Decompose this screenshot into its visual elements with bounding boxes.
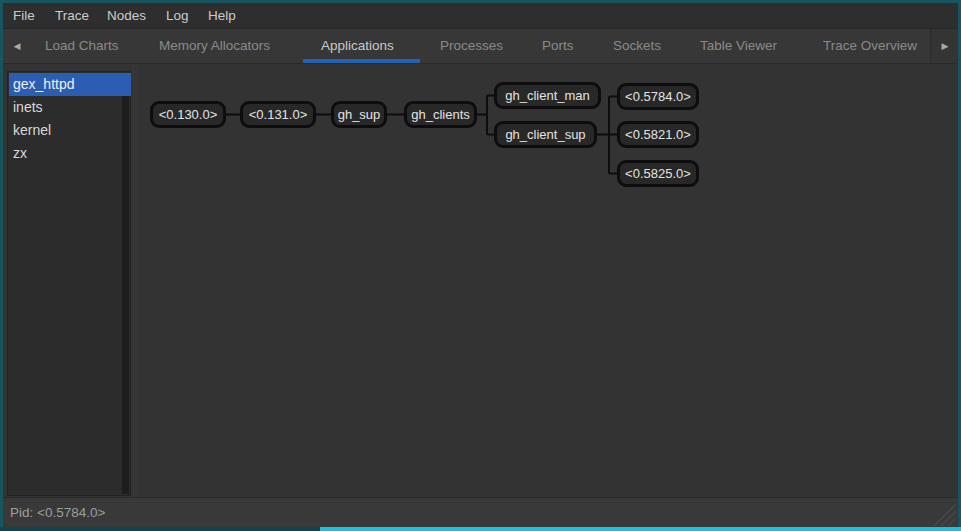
status-bar: Pid: <0.5784.0> bbox=[3, 497, 958, 527]
active-tab-indicator bbox=[303, 59, 420, 63]
tree-node-pid-5821[interactable]: <0.5821.0> bbox=[617, 121, 699, 148]
tree-node-pid-5825[interactable]: <0.5825.0> bbox=[617, 160, 699, 187]
tab-load-charts[interactable]: Load Charts bbox=[45, 29, 119, 63]
tab-memory-allocators[interactable]: Memory Allocators bbox=[159, 29, 270, 63]
menu-bar: File Trace Nodes Log Help bbox=[3, 3, 958, 28]
window-border-left bbox=[0, 0, 3, 531]
tab-sockets[interactable]: Sockets bbox=[613, 29, 661, 63]
tree-node-gh-clients[interactable]: gh_clients bbox=[404, 101, 477, 128]
tree-node-pid-5784[interactable]: <0.5784.0> bbox=[617, 83, 699, 110]
window-border-bottom-highlight bbox=[320, 527, 961, 531]
tab-bar: ◀ Load Charts Memory Allocators Applicat… bbox=[3, 28, 958, 64]
tab-processes[interactable]: Processes bbox=[440, 29, 503, 63]
app-list-item-zx[interactable]: zx bbox=[9, 142, 131, 165]
menu-log[interactable]: Log bbox=[166, 3, 189, 28]
menu-help[interactable]: Help bbox=[208, 3, 236, 28]
tree-node-gh-client-sup[interactable]: gh_client_sup bbox=[494, 121, 597, 148]
observer-window: File Trace Nodes Log Help ◀ Load Charts … bbox=[0, 0, 961, 531]
status-pid-text: Pid: <0.5784.0> bbox=[10, 498, 105, 528]
tab-scroll-right-button[interactable]: ▶ bbox=[930, 29, 958, 63]
sidebar-splitter[interactable] bbox=[132, 65, 138, 497]
menu-trace[interactable]: Trace bbox=[55, 3, 89, 28]
applications-panel: gex_httpd inets kernel zx bbox=[3, 65, 958, 497]
tree-node-pid-130[interactable]: <0.130.0> bbox=[150, 101, 226, 128]
tree-node-gh-sup[interactable]: gh_sup bbox=[331, 101, 387, 128]
window-border-top bbox=[0, 0, 961, 3]
tree-node-gh-client-man[interactable]: gh_client_man bbox=[494, 82, 601, 109]
tab-ports[interactable]: Ports bbox=[542, 29, 574, 63]
app-list-item-kernel[interactable]: kernel bbox=[9, 119, 131, 142]
tab-table-viewer[interactable]: Table Viewer bbox=[700, 29, 777, 63]
tree-node-pid-131[interactable]: <0.131.0> bbox=[240, 101, 316, 128]
app-list-item-inets[interactable]: inets bbox=[9, 96, 131, 119]
resize-grip[interactable] bbox=[930, 500, 956, 526]
menu-file[interactable]: File bbox=[13, 3, 35, 28]
supervision-tree-connectors bbox=[3, 65, 958, 497]
application-list: gex_httpd inets kernel zx bbox=[7, 71, 131, 496]
tab-scroll-right-icon[interactable]: ▶ bbox=[937, 34, 953, 58]
tab-applications[interactable]: Applications bbox=[321, 29, 394, 63]
tab-scroll-left-icon[interactable]: ◀ bbox=[9, 34, 25, 58]
menu-nodes[interactable]: Nodes bbox=[107, 3, 146, 28]
tab-trace-overview[interactable]: Trace Overview bbox=[823, 29, 917, 63]
app-list-item-gex-httpd[interactable]: gex_httpd bbox=[9, 73, 131, 96]
window-border-bottom bbox=[0, 527, 320, 531]
